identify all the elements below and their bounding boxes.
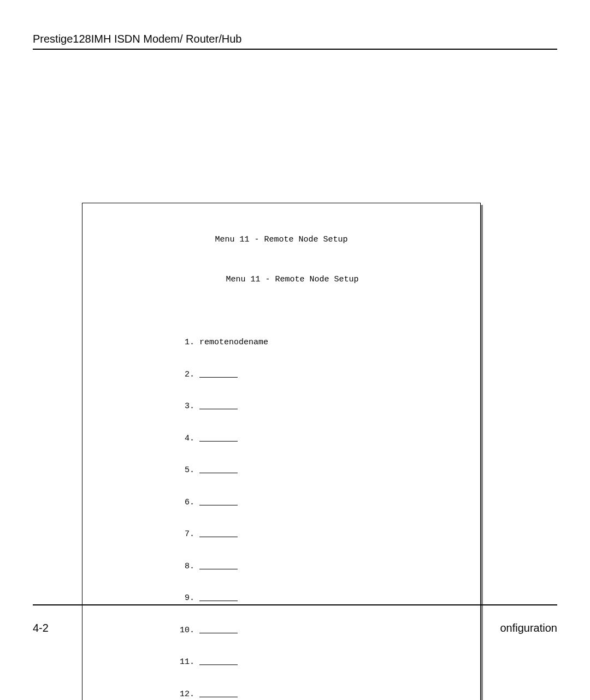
blank-line	[199, 403, 238, 409]
blank-line	[199, 658, 238, 665]
node-list-item-num: 2.	[180, 370, 199, 379]
blank-line	[199, 627, 238, 633]
node-list-item-num: 1.	[180, 338, 194, 347]
node-list-item-num: 10.	[180, 626, 199, 635]
blank-line	[199, 595, 238, 601]
blank-line	[199, 467, 238, 473]
node-list-item-num: 3.	[180, 402, 199, 411]
header-title: Prestige128IMH ISDN Modem/ Router/Hub	[33, 33, 241, 45]
node-list-item-name: remotenodename	[194, 338, 268, 347]
footer-rule	[33, 604, 557, 605]
blank-line	[199, 371, 238, 378]
menu-11-node-list: 1. remotenodename 2. 3. 4. 5. 6. 7. 8. 9…	[92, 316, 470, 700]
node-list-item-num: 5.	[180, 466, 199, 475]
blank-line	[199, 691, 238, 697]
node-list-item-num: 4.	[180, 434, 199, 443]
footer-right-fragment: onfiguration	[500, 622, 557, 634]
node-list-item-num: 7.	[180, 530, 199, 539]
blank-line	[199, 499, 238, 505]
node-list-item-num: 11.	[180, 657, 199, 667]
node-list-item-num: 9.	[180, 593, 199, 603]
node-list-item-num: 8.	[180, 562, 199, 571]
page-number: 4-2	[33, 622, 49, 634]
node-list-item-num: 6.	[180, 498, 199, 507]
menu-11-subtitle: Menu 11 - Remote Node Setup	[92, 274, 470, 285]
blank-line	[199, 435, 238, 442]
menu-11-terminal: Menu 11 - Remote Node Setup Menu 11 - Re…	[82, 203, 481, 700]
node-list-item-num: 12.	[180, 690, 199, 699]
page-header: Prestige128IMH ISDN Modem/ Router/Hub	[33, 33, 557, 50]
menu-11-title: Menu 11 - Remote Node Setup	[92, 234, 470, 245]
blank-line	[199, 531, 238, 537]
blank-line	[199, 563, 238, 569]
